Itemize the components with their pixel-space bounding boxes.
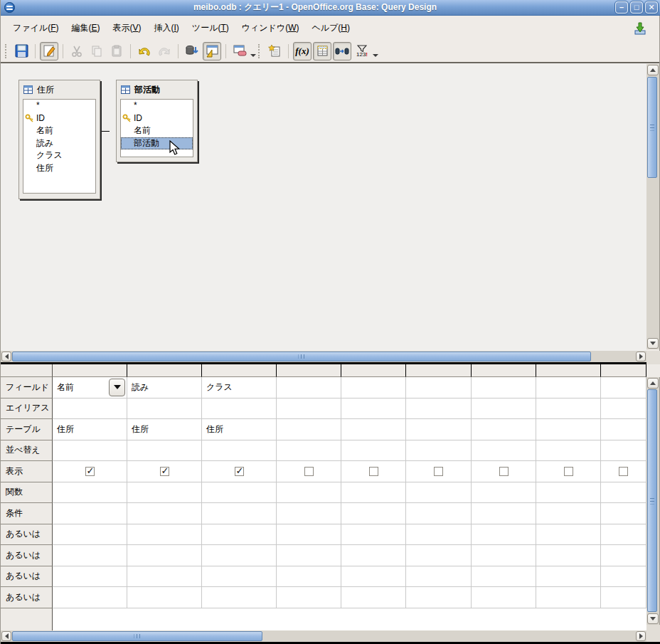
scroll-left-button[interactable] [1, 631, 11, 641]
table-window-bukatsudo[interactable]: 部活動 * ID 名前 部活動 [116, 80, 198, 162]
or-cell[interactable] [601, 587, 646, 608]
field-cell[interactable] [406, 377, 472, 398]
field-dropdown-button[interactable] [109, 379, 125, 396]
upper-vertical-scrollbar[interactable] [646, 64, 659, 349]
visible-cell[interactable] [202, 461, 277, 482]
menu-tools[interactable]: ツール(T) [186, 19, 235, 37]
criterion-cell[interactable] [202, 503, 277, 524]
or-cell[interactable] [406, 587, 472, 608]
copy-icon[interactable] [87, 42, 106, 60]
alias-cell[interactable] [202, 398, 277, 420]
menu-help[interactable]: ヘルプ(H) [305, 19, 356, 37]
or-cell[interactable] [536, 566, 601, 588]
or-cell[interactable] [127, 566, 202, 588]
alias-cell[interactable] [127, 398, 202, 420]
scroll-right-button[interactable] [636, 352, 646, 361]
sort-cell[interactable] [127, 440, 202, 462]
or-cell[interactable] [53, 524, 127, 546]
table-cell[interactable] [536, 419, 601, 440]
or-cell[interactable] [53, 566, 127, 588]
or-cell[interactable] [53, 545, 127, 566]
design-view-icon[interactable] [203, 42, 221, 60]
lower-horizontal-scrollbar[interactable] [1, 630, 646, 642]
field-item[interactable]: クラス [23, 149, 95, 162]
visible-cell[interactable] [277, 461, 341, 482]
alias-icon[interactable] [333, 42, 351, 60]
table-cell[interactable] [277, 419, 341, 440]
or-cell[interactable] [277, 524, 341, 546]
or-cell[interactable] [202, 587, 277, 608]
criterion-cell[interactable] [341, 503, 406, 524]
criterion-cell[interactable] [53, 503, 127, 524]
table-window-bukatsudo-header[interactable]: 部活動 [117, 80, 197, 99]
table-cell[interactable] [601, 419, 646, 440]
clear-query-icon[interactable] [230, 42, 249, 60]
alias-cell[interactable] [536, 398, 601, 420]
add-table-icon[interactable] [265, 42, 284, 60]
edit-icon[interactable] [40, 42, 58, 60]
visible-cell[interactable] [601, 461, 646, 482]
toolbar-grip-2[interactable] [258, 44, 261, 58]
column-header[interactable] [472, 364, 536, 377]
field-cell[interactable] [601, 377, 646, 398]
function-cell[interactable] [127, 482, 202, 504]
alias-cell[interactable] [406, 398, 472, 420]
visible-checkbox[interactable] [235, 467, 244, 476]
menu-file[interactable]: ファイル(F) [6, 19, 65, 37]
menu-edit[interactable]: 編集(E) [65, 19, 106, 37]
sort-cell[interactable] [536, 440, 601, 462]
visible-checkbox[interactable] [85, 467, 95, 476]
sort-cell[interactable] [472, 440, 536, 462]
alias-cell[interactable] [341, 398, 406, 420]
field-cell[interactable]: 読み [127, 377, 202, 398]
or-cell[interactable] [472, 566, 536, 588]
sort-cell[interactable] [277, 440, 341, 462]
table-name-icon[interactable] [313, 42, 331, 60]
scroll-up-button[interactable] [647, 65, 659, 75]
visible-cell[interactable] [406, 461, 472, 482]
maximize-button[interactable]: □ [630, 1, 643, 14]
save-icon[interactable] [12, 42, 31, 60]
sort-cell[interactable] [53, 440, 127, 462]
toolbar-grip[interactable] [5, 44, 8, 58]
scroll-right-button[interactable] [636, 631, 646, 641]
column-header[interactable] [601, 364, 646, 377]
or-cell[interactable] [277, 566, 341, 588]
field-item[interactable]: 読み [23, 137, 95, 150]
minimize-button[interactable]: – [615, 1, 628, 14]
table-cell[interactable]: 住所 [127, 419, 202, 440]
run-query-icon[interactable] [183, 42, 201, 60]
lower-hscroll-thumb[interactable] [12, 631, 262, 641]
field-cell[interactable] [277, 377, 341, 398]
visible-checkbox[interactable] [619, 467, 628, 476]
alias-cell[interactable] [601, 398, 646, 420]
or-cell[interactable] [277, 587, 341, 608]
distinct-values-icon[interactable]: 123! [353, 42, 371, 60]
criterion-cell[interactable] [277, 503, 341, 524]
visible-cell[interactable] [536, 461, 601, 482]
visible-checkbox[interactable] [160, 467, 169, 476]
field-cell[interactable] [341, 377, 406, 398]
or-cell[interactable] [127, 587, 202, 608]
function-cell[interactable] [472, 482, 536, 504]
table-cell[interactable]: 住所 [202, 419, 277, 440]
column-header[interactable] [341, 364, 406, 377]
function-cell[interactable] [341, 482, 406, 504]
field-cell[interactable]: クラス [202, 377, 277, 398]
or-cell[interactable] [341, 545, 406, 566]
redo-icon[interactable] [155, 42, 174, 60]
query-design-canvas[interactable]: 住所 * ID 名前 読み クラス 住所 部活動 * [1, 63, 646, 351]
table-cell[interactable] [341, 419, 406, 440]
field-item[interactable]: * [23, 100, 95, 112]
field-item[interactable]: 名前 [23, 125, 95, 137]
undo-icon[interactable] [135, 42, 154, 60]
alias-cell[interactable] [472, 398, 536, 420]
field-cell[interactable]: 名前 [53, 377, 127, 398]
criterion-cell[interactable] [601, 503, 646, 524]
or-cell[interactable] [601, 566, 646, 588]
or-cell[interactable] [472, 545, 536, 566]
column-header[interactable] [536, 364, 601, 377]
close-button[interactable]: ✕ [645, 1, 658, 14]
or-cell[interactable] [536, 545, 601, 566]
field-item[interactable]: ID [23, 112, 95, 125]
